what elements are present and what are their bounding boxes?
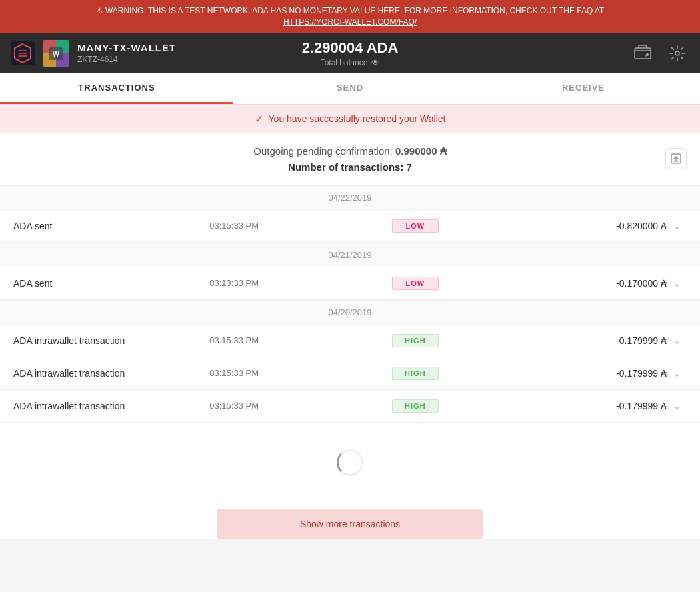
confirmation-badge-high: HIGH [392, 367, 439, 380]
tx-expand-button[interactable]: ⌄ [667, 367, 687, 379]
balance-label: Total balance 👁 [237, 58, 463, 67]
eye-icon[interactable]: 👁 [371, 58, 379, 67]
tx-name: ADA sent [13, 278, 196, 289]
tx-amount: -0.170000 ₳ [484, 278, 667, 289]
wallet-icon-button[interactable] [631, 41, 655, 65]
tx-amount: -0.179999 ₳ [484, 335, 667, 346]
show-more-button[interactable]: Show more transactions [217, 509, 483, 539]
header-right [463, 41, 689, 65]
warning-banner: ⚠ WARNING: THIS IS A TEST NETWORK. ADA H… [0, 0, 700, 33]
tx-count-summary: Number of transactions: 7 [12, 161, 688, 173]
tab-send[interactable]: SEND [233, 73, 467, 104]
summary-section: Outgoing pending confirmation: 0.990000 … [0, 133, 700, 185]
date-group-2019-04-22: 04/22/2019 [0, 185, 700, 210]
tx-time: 03:15:33 PM [196, 401, 347, 411]
tx-expand-button[interactable]: ⌄ [667, 219, 687, 232]
confirmation-badge-low: LOW [392, 277, 439, 290]
svg-point-10 [675, 51, 679, 55]
svg-text:W: W [53, 51, 59, 58]
tx-name: ADA intrawallet transaction [13, 335, 196, 346]
table-row: ADA intrawallet transaction 03:15:33 PM … [0, 325, 700, 357]
tx-expand-button[interactable]: ⌄ [667, 399, 687, 412]
header-left: W MANY-TX-WALLET ZKTZ-4614 [11, 40, 237, 67]
tx-name: ADA intrawallet transaction [13, 401, 196, 411]
tx-name: ADA sent [13, 221, 196, 231]
warning-text: ⚠ WARNING: THIS IS A TEST NETWORK. ADA H… [96, 6, 605, 15]
tx-name: ADA intrawallet transaction [13, 368, 196, 379]
tx-badge: HIGH [347, 399, 484, 413]
tx-expand-button[interactable]: ⌄ [667, 277, 687, 289]
main-content: Outgoing pending confirmation: 0.990000 … [0, 133, 700, 539]
wallet-info: MANY-TX-WALLET ZKTZ-4614 [77, 42, 176, 64]
app-logo [11, 41, 35, 65]
tx-time: 03:15:33 PM [196, 335, 347, 345]
pending-summary: Outgoing pending confirmation: 0.990000 … [12, 145, 688, 157]
tab-receive[interactable]: RECEIVE [467, 73, 700, 104]
table-row: ADA sent 03:13:33 PM LOW -0.170000 ₳ ⌄ [0, 267, 700, 300]
wallet-name: MANY-TX-WALLET [77, 42, 176, 53]
confirmation-badge-high: HIGH [392, 399, 439, 413]
success-check-icon: ✓ [255, 113, 263, 125]
tx-expand-button[interactable]: ⌄ [667, 334, 687, 347]
confirmation-badge-low: LOW [392, 219, 439, 233]
table-row: ADA intrawallet transaction 03:15:33 PM … [0, 390, 700, 423]
tx-amount: -0.179999 ₳ [484, 401, 667, 411]
tab-transactions[interactable]: TRANSACTIONS [0, 73, 233, 104]
loading-spinner [0, 423, 700, 503]
tx-badge: HIGH [347, 367, 484, 380]
date-group-2019-04-21: 04/21/2019 [0, 243, 700, 267]
wallet-id: ZKTZ-4614 [77, 55, 176, 64]
pending-amount: 0.990000 ₳ [395, 145, 447, 157]
header-center: 2.290004 ADA Total balance 👁 [237, 39, 463, 67]
tx-time: 03:15:33 PM [196, 221, 347, 231]
tab-bar: TRANSACTIONS SEND RECEIVE [0, 73, 700, 105]
success-message: You have successfully restored your Wall… [269, 113, 446, 124]
tx-time: 03:13:33 PM [196, 278, 347, 288]
export-button[interactable] [665, 148, 687, 169]
confirmation-badge-high: HIGH [392, 334, 439, 347]
tx-amount: -0.179999 ₳ [484, 368, 667, 379]
tx-count-value: 7 [407, 161, 412, 173]
balance-amount: 2.290004 ADA [237, 39, 463, 57]
tx-badge: LOW [347, 277, 484, 290]
success-banner: ✓ You have successfully restored your Wa… [0, 105, 700, 133]
date-group-2019-04-20: 04/20/2019 [0, 300, 700, 325]
svg-rect-8 [635, 48, 651, 59]
tx-badge: HIGH [347, 334, 484, 347]
tx-badge: LOW [347, 219, 484, 233]
settings-icon-button[interactable] [665, 41, 689, 65]
tx-time: 03:15:33 PM [196, 368, 347, 378]
wallet-avatar: W [43, 40, 69, 67]
table-row: ADA intrawallet transaction 03:15:33 PM … [0, 357, 700, 390]
warning-link[interactable]: HTTPS://YOROI-WALLET.COM/FAQ/ [283, 17, 417, 27]
tx-amount: -0.820000 ₳ [484, 221, 667, 231]
table-row: ADA sent 03:15:33 PM LOW -0.820000 ₳ ⌄ [0, 210, 700, 243]
header: W MANY-TX-WALLET ZKTZ-4614 2.290004 ADA … [0, 33, 700, 73]
spinner-icon [337, 449, 363, 476]
